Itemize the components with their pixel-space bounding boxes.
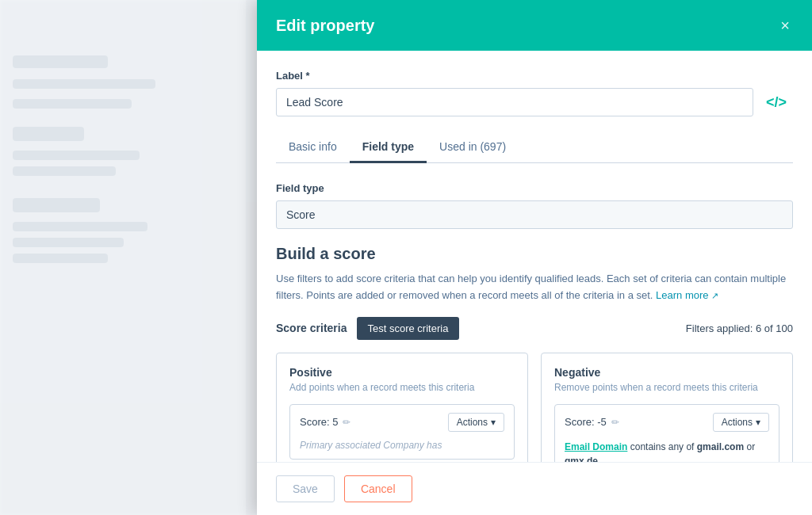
filter-value-gmail: gmail.com: [697, 441, 744, 452]
label-input-row: </>: [276, 88, 793, 116]
positive-actions-button[interactable]: Actions ▾: [448, 413, 504, 432]
code-icon-button[interactable]: </>: [760, 91, 793, 114]
positive-score-card: Score: 5 ✏ Actions ▾ Primary associated …: [289, 404, 515, 460]
modal-body: Label * </> Basic info Field type Used i…: [257, 51, 812, 462]
filter-or-text: or: [746, 441, 755, 452]
negative-edit-icon[interactable]: ✏: [611, 417, 619, 428]
positive-column: Positive Add points when a record meets …: [276, 353, 528, 462]
tabs-bar: Basic info Field type Used in (697): [276, 132, 793, 163]
negative-column: Negative Remove points when a record mee…: [541, 353, 793, 462]
tab-used-in[interactable]: Used in (697): [427, 132, 519, 163]
cancel-button[interactable]: Cancel: [344, 475, 412, 502]
build-score-desc-text: Use filters to add score criteria that c…: [276, 273, 786, 301]
negative-score-value: Score: -5 ✏: [565, 416, 619, 428]
build-score-title: Build a score: [276, 245, 793, 263]
filter-contains-text: contains any of: [630, 441, 695, 452]
learn-more-link[interactable]: Learn more: [656, 289, 708, 301]
positive-actions-label: Actions: [457, 417, 488, 428]
negative-actions-button[interactable]: Actions ▾: [713, 413, 769, 432]
negative-actions-chevron: ▾: [756, 417, 760, 428]
score-criteria-label: Score criteria: [276, 322, 347, 334]
positive-desc: Add points when a record meets this crit…: [289, 382, 515, 393]
positive-title: Positive: [289, 366, 515, 379]
negative-card-header: Score: -5 ✏ Actions ▾: [565, 413, 769, 432]
label-input[interactable]: [276, 88, 753, 116]
filter-value-gmx: gmx.de: [565, 456, 598, 462]
score-columns: Positive Add points when a record meets …: [276, 353, 793, 462]
score-criteria-bar: Score criteria Test score criteria Filte…: [276, 317, 793, 340]
positive-actions-chevron: ▾: [491, 417, 496, 428]
positive-score-value: Score: 5 ✏: [300, 416, 350, 428]
negative-criteria-filter: Email Domain contains any of gmail.com o…: [565, 440, 769, 462]
close-button[interactable]: ×: [777, 14, 793, 36]
positive-score-number: Score: 5: [300, 416, 338, 428]
external-link-icon: ↗: [711, 291, 718, 300]
email-domain-link[interactable]: Email Domain: [565, 441, 627, 452]
negative-actions-label: Actions: [722, 417, 753, 428]
negative-title: Negative: [554, 366, 779, 379]
positive-edit-icon[interactable]: ✏: [343, 417, 350, 428]
filters-applied-count: Filters applied: 6 of 100: [686, 322, 793, 334]
label-field-label: Label *: [276, 70, 793, 82]
score-criteria-left: Score criteria Test score criteria: [276, 317, 459, 340]
field-type-label: Field type: [276, 182, 793, 194]
tab-basic-info[interactable]: Basic info: [276, 132, 350, 163]
save-button[interactable]: Save: [276, 475, 335, 502]
test-score-criteria-button[interactable]: Test score criteria: [357, 317, 460, 340]
build-score-desc: Use filters to add score criteria that c…: [276, 271, 793, 304]
negative-score-number: Score: -5: [565, 416, 607, 428]
positive-criteria-text: Primary associated Company has: [300, 440, 504, 451]
edit-property-modal: Edit property × Label * </> Basic info F…: [257, 0, 812, 515]
tab-field-type[interactable]: Field type: [350, 132, 427, 163]
field-type-value: Score: [276, 200, 793, 229]
modal-header: Edit property ×: [257, 0, 812, 51]
modal-title: Edit property: [276, 17, 374, 35]
positive-card-header: Score: 5 ✏ Actions ▾: [300, 413, 504, 432]
negative-desc: Remove points when a record meets this c…: [554, 382, 779, 393]
label-section: Label * </>: [276, 70, 793, 116]
modal-footer: Save Cancel: [257, 462, 812, 515]
negative-score-card: Score: -5 ✏ Actions ▾ Email Domain conta…: [554, 404, 779, 462]
